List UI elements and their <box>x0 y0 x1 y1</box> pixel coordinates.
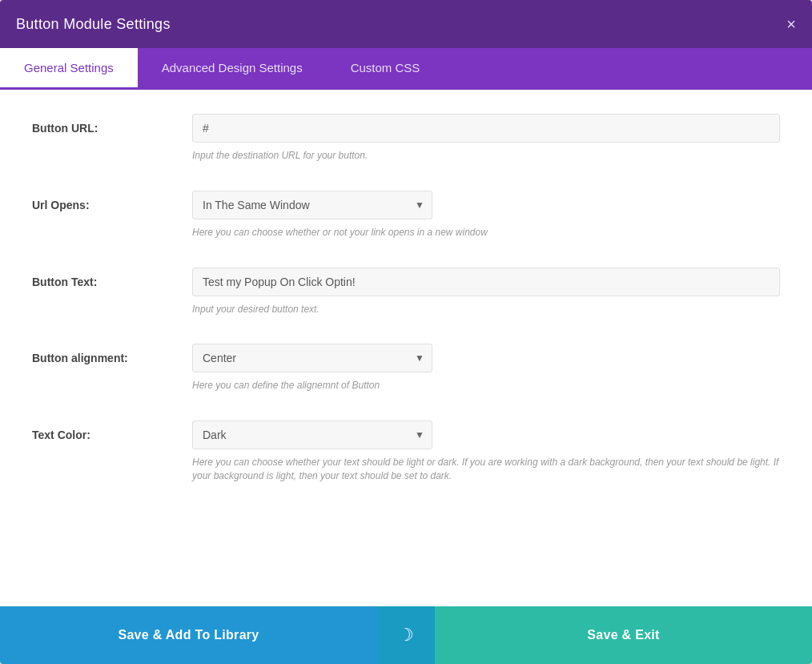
url-opens-hint: Here you can choose whether or not your … <box>192 226 780 239</box>
text-color-select-wrapper: Dark Light ▼ <box>192 421 432 449</box>
url-opens-select[interactable]: In The Same Window In A New Window <box>192 191 432 219</box>
button-text-hint: Input your desired button text. <box>192 303 780 316</box>
tab-advanced[interactable]: Advanced Design Settings <box>138 48 327 90</box>
button-url-row: Button URL: Input the destination URL fo… <box>32 114 780 163</box>
button-alignment-row: Button alignment: Left Center Right ▼ He… <box>32 344 780 392</box>
modal-title: Button Module Settings <box>16 16 171 33</box>
text-color-label: Text Color: <box>32 421 192 441</box>
url-opens-label: Url Opens: <box>32 191 192 211</box>
save-exit-button[interactable]: Save & Exit <box>435 606 812 664</box>
close-button[interactable]: × <box>786 16 796 32</box>
button-alignment-field: Left Center Right ▼ Here you can define … <box>192 344 780 392</box>
text-color-row: Text Color: Dark Light ▼ Here you can ch… <box>32 421 780 483</box>
button-alignment-select-wrapper: Left Center Right ▼ <box>192 344 432 372</box>
text-color-select[interactable]: Dark Light <box>192 421 432 449</box>
url-opens-select-wrapper: In The Same Window In A New Window ▼ <box>192 191 432 219</box>
button-alignment-label: Button alignment: <box>32 344 192 364</box>
tabs-container: General Settings Advanced Design Setting… <box>0 48 812 90</box>
button-alignment-hint: Here you can define the alignemnt of But… <box>192 379 780 392</box>
button-url-input[interactable] <box>192 114 780 143</box>
button-url-hint: Input the destination URL for your butto… <box>192 149 780 163</box>
text-color-field: Dark Light ▼ Here you can choose whether… <box>192 421 780 483</box>
moon-icon: ☽ <box>398 625 414 646</box>
button-text-label: Button Text: <box>32 268 192 288</box>
modal-container: Button Module Settings × General Setting… <box>0 0 812 664</box>
modal-header: Button Module Settings × <box>0 0 812 48</box>
modal-footer: Save & Add To Library ☽ Save & Exit <box>0 606 812 664</box>
text-color-hint: Here you can choose whether your text sh… <box>192 456 780 483</box>
url-opens-row: Url Opens: In The Same Window In A New W… <box>32 191 780 239</box>
button-text-input[interactable] <box>192 268 780 296</box>
button-url-field: Input the destination URL for your butto… <box>192 114 780 163</box>
button-url-label: Button URL: <box>32 114 192 135</box>
tab-general[interactable]: General Settings <box>0 48 138 90</box>
button-alignment-select[interactable]: Left Center Right <box>192 344 432 372</box>
button-text-row: Button Text: Input your desired button t… <box>32 268 780 316</box>
save-add-to-library-button[interactable]: Save & Add To Library <box>0 606 377 664</box>
url-opens-field: In The Same Window In A New Window ▼ Her… <box>192 191 780 239</box>
night-mode-button[interactable]: ☽ <box>377 606 435 664</box>
button-text-field: Input your desired button text. <box>192 268 780 316</box>
modal-content: Button URL: Input the destination URL fo… <box>0 90 812 606</box>
tab-custom-css[interactable]: Custom CSS <box>327 48 444 90</box>
